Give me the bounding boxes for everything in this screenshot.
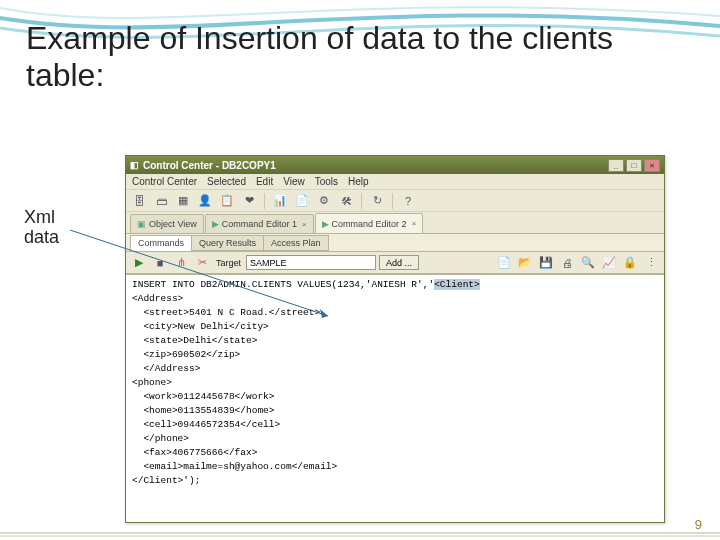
script-icon[interactable]: 📄 bbox=[293, 192, 311, 210]
close-tab-icon[interactable]: × bbox=[412, 219, 417, 228]
lock-icon[interactable]: 🔒 bbox=[621, 254, 639, 272]
main-toolbar: 🗄 🗃 ▦ 👤 📋 ❤ 📊 📄 ⚙ 🛠 ↻ ? bbox=[126, 190, 664, 212]
menu-control-center[interactable]: Control Center bbox=[132, 176, 197, 187]
find-icon[interactable]: 🔍 bbox=[579, 254, 597, 272]
menu-selected[interactable]: Selected bbox=[207, 176, 246, 187]
slide-title: Example of Insertion of data to the clie… bbox=[26, 20, 686, 94]
svg-marker-1 bbox=[320, 309, 328, 318]
gear-icon[interactable]: ⚙ bbox=[315, 192, 333, 210]
sql-highlight: <Client> bbox=[434, 279, 480, 290]
options-icon[interactable]: ⋮ bbox=[642, 254, 660, 272]
menu-view[interactable]: View bbox=[283, 176, 305, 187]
print-icon[interactable]: 🖨 bbox=[558, 254, 576, 272]
help-icon[interactable]: ? bbox=[399, 192, 417, 210]
server-icon[interactable]: 🗄 bbox=[130, 192, 148, 210]
svg-line-0 bbox=[70, 230, 328, 316]
save-icon[interactable]: 💾 bbox=[537, 254, 555, 272]
open-icon[interactable]: 📂 bbox=[516, 254, 534, 272]
add-button[interactable]: Add ... bbox=[379, 255, 419, 270]
window-title: Control Center - DB2COPY1 bbox=[143, 160, 276, 171]
titlebar[interactable]: ◧ Control Center - DB2COPY1 _ □ × bbox=[126, 156, 664, 174]
app-icon: ◧ bbox=[130, 160, 139, 170]
table-icon[interactable]: ▦ bbox=[174, 192, 192, 210]
page-number: 9 bbox=[695, 517, 702, 532]
menubar: Control Center Selected Edit View Tools … bbox=[126, 174, 664, 190]
close-button[interactable]: × bbox=[644, 159, 660, 172]
new-icon[interactable]: 📄 bbox=[495, 254, 513, 272]
chart-icon[interactable]: 📈 bbox=[600, 254, 618, 272]
task-icon[interactable]: 📋 bbox=[218, 192, 236, 210]
user-icon[interactable]: 👤 bbox=[196, 192, 214, 210]
monitor-icon[interactable]: 📊 bbox=[271, 192, 289, 210]
minimize-button[interactable]: _ bbox=[608, 159, 624, 172]
menu-tools[interactable]: Tools bbox=[315, 176, 338, 187]
health-icon[interactable]: ❤ bbox=[240, 192, 258, 210]
xml-data-annotation: Xml data bbox=[24, 208, 59, 248]
tools-icon[interactable]: 🛠 bbox=[337, 192, 355, 210]
maximize-button[interactable]: □ bbox=[626, 159, 642, 172]
refresh-icon[interactable]: ↻ bbox=[368, 192, 386, 210]
menu-edit[interactable]: Edit bbox=[256, 176, 273, 187]
control-center-window: ◧ Control Center - DB2COPY1 _ □ × Contro… bbox=[125, 155, 665, 523]
tab-label: Command Editor 2 bbox=[332, 219, 407, 229]
db-icon[interactable]: 🗃 bbox=[152, 192, 170, 210]
menu-help[interactable]: Help bbox=[348, 176, 369, 187]
